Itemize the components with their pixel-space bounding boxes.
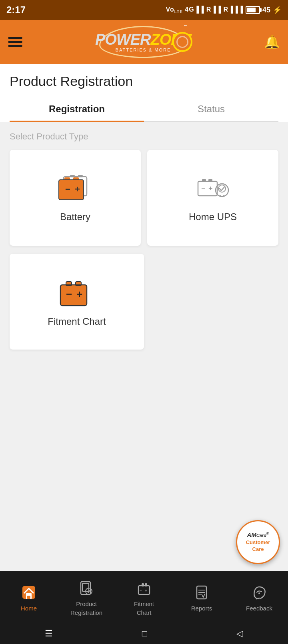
battery-card[interactable]: − + Battery [10, 150, 141, 246]
svg-rect-11 [208, 179, 212, 182]
feedback-icon [251, 584, 267, 600]
select-product-label: Select Product Type [10, 131, 278, 142]
tab-registration[interactable]: Registration [10, 97, 144, 121]
logo-badge: POWERZONE BATTERIES & MORE ™ [99, 26, 187, 58]
nav-reports[interactable]: Reports [173, 579, 230, 615]
android-home-btn[interactable]: □ [142, 628, 147, 639]
product-reg-nav-icon [76, 578, 96, 598]
svg-text:+: + [76, 288, 82, 300]
fab-logo: AMCard® [247, 532, 269, 538]
svg-point-41 [258, 592, 260, 594]
customer-care-button[interactable]: AMCard® CustomerCare [236, 520, 280, 564]
logo-tagline: BATTERIES & MORE [116, 48, 171, 52]
nav-home-label: Home [21, 605, 37, 612]
product-reg-icon [78, 580, 94, 596]
home-ups-label: Home UPS [189, 211, 237, 223]
nav-fitment-label-2: Chart [137, 609, 152, 616]
svg-rect-28 [27, 596, 30, 599]
android-nav-bar: ☰ □ ◁ [0, 623, 288, 644]
svg-rect-1 [70, 175, 75, 177]
svg-text:+: + [145, 588, 147, 593]
fitment-icon: − + [59, 276, 95, 308]
nav-fitment-chart[interactable]: − + Fitment Chart [115, 575, 173, 620]
tabs-container: Registration Status [10, 97, 278, 122]
svg-rect-34 [145, 583, 147, 586]
svg-text:−: − [66, 288, 72, 300]
page-title-area: Product Registration Registration Status [0, 64, 288, 122]
android-menu-btn[interactable]: ☰ [45, 628, 53, 639]
svg-text:−: − [201, 185, 206, 193]
nav-feedback-label: Feedback [246, 605, 272, 612]
feedback-nav-icon [249, 582, 269, 602]
svg-text:+: + [208, 185, 213, 193]
products-grid-bottom: − + Fitment Chart [10, 254, 278, 350]
nav-feedback[interactable]: Feedback [230, 579, 288, 615]
signal-icons: VoLTE 4G▐▐ R▐▐ R▐▐▐ [166, 6, 243, 14]
logo-circle [172, 32, 192, 52]
status-right-icons: VoLTE 4G▐▐ R▐▐ R▐▐▐ 45 ⚡ [166, 6, 282, 14]
charging-icon: ⚡ [273, 6, 282, 14]
tm-badge: ™ [184, 24, 188, 28]
nav-reports-label: Reports [191, 605, 212, 612]
battery-fill [247, 8, 256, 12]
menu-button[interactable] [8, 37, 22, 47]
battery-icon: − + [57, 173, 93, 203]
logo-container: POWERZONE BATTERIES & MORE ™ [99, 26, 187, 58]
app-header: POWERZONE BATTERIES & MORE ™ 🔔 [0, 20, 288, 64]
nav-product-registration[interactable]: Product Registration [58, 575, 115, 620]
logo-area: POWERZONE BATTERIES & MORE ™ [99, 26, 187, 58]
home-icon [21, 584, 37, 600]
nav-fitment-label-1: Fitment [134, 600, 154, 608]
svg-rect-2 [78, 175, 83, 177]
battery-label: Battery [60, 211, 90, 223]
svg-text:−: − [65, 184, 70, 194]
svg-text:+: + [75, 184, 80, 194]
nav-product-reg-label-2: Registration [70, 609, 102, 616]
content-area: Select Product Type − + Battery [0, 122, 288, 367]
battery-level: 45 [262, 6, 270, 14]
fitment-chart-card[interactable]: − + Fitment Chart [10, 254, 144, 350]
bottom-navigation: Home Product Registration − + Fitment [0, 571, 288, 623]
ups-icon: − + [195, 173, 231, 203]
svg-rect-18 [60, 285, 87, 306]
logo-circle-inner [176, 36, 188, 48]
status-time: 2:17 [6, 4, 26, 16]
nav-product-reg-label-1: Product [76, 600, 97, 608]
svg-text:−: − [140, 588, 142, 593]
svg-rect-33 [142, 583, 144, 586]
fitment-nav-icon: − + [134, 578, 154, 598]
android-back-btn[interactable]: ◁ [236, 628, 243, 639]
page-title: Product Registration [10, 74, 278, 89]
home-ups-card[interactable]: − + Home UPS [147, 150, 278, 246]
notification-button[interactable]: 🔔 [264, 34, 280, 50]
fitment-chart-icon: − + [136, 580, 152, 596]
tab-status[interactable]: Status [144, 97, 278, 121]
reports-nav-icon [192, 582, 212, 602]
fab-label: CustomerCare [246, 539, 270, 553]
nav-home[interactable]: Home [0, 579, 58, 615]
products-grid-top: − + Battery − + [10, 150, 278, 246]
fitment-chart-label: Fitment Chart [48, 316, 106, 327]
home-nav-icon [19, 582, 39, 602]
svg-rect-10 [202, 179, 206, 182]
battery-status-icon [246, 6, 260, 14]
status-bar: 2:17 VoLTE 4G▐▐ R▐▐ R▐▐▐ 45 ⚡ [0, 0, 288, 20]
reports-icon [194, 584, 210, 600]
